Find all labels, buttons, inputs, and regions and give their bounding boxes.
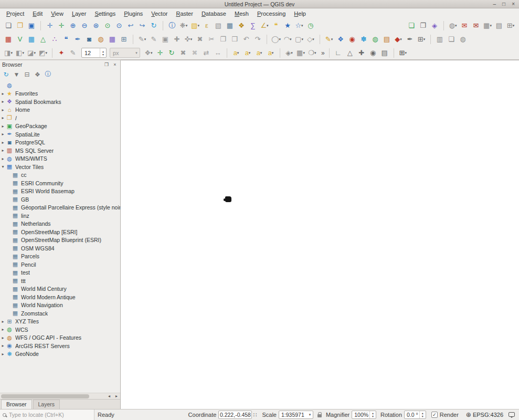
grid-tool-button[interactable]: ⊞▾ — [416, 34, 427, 45]
open-project-button[interactable]: ❐ — [14, 20, 26, 32]
expand-arrow-icon[interactable]: ▸ — [0, 156, 6, 161]
collapse-all-button[interactable]: ⊟ — [23, 70, 31, 79]
tree-item-wfs-ogc-api-features[interactable]: ▸◍WFS / OGC API - Features — [0, 334, 120, 342]
expand-arrow-icon[interactable]: ▸ — [0, 335, 6, 340]
digitize-circle-button[interactable]: ◯▾ — [270, 34, 282, 45]
layout-manager-button[interactable]: ❐ — [417, 20, 429, 32]
tree-item-gb[interactable]: ▦GB — [0, 195, 120, 204]
filter-browser-button[interactable]: ▼ — [12, 70, 21, 79]
tree-item-home[interactable]: ▸⌂Home — [0, 106, 120, 114]
expand-arrow-icon[interactable]: ▸ — [0, 343, 6, 348]
crs-value[interactable]: EPSG:4326 — [473, 412, 503, 418]
magnifier-spin-arrows[interactable]: ▴▾ — [369, 411, 376, 418]
add-spatialite-layer-button[interactable]: ✒ — [72, 34, 83, 45]
menu-edit[interactable]: Edit — [28, 9, 47, 18]
locator-search[interactable] — [0, 410, 94, 420]
paste-features-button[interactable]: ❒ — [229, 34, 240, 45]
copy-style-button[interactable]: ◪▾ — [26, 47, 37, 59]
measure-button[interactable]: ∠▾ — [259, 20, 270, 32]
expand-arrow-icon[interactable]: ▸ — [0, 91, 6, 96]
tree-item-parcels[interactable]: ▦Parcels — [0, 253, 120, 261]
minimize-button[interactable]: – — [493, 0, 496, 8]
deselect-all-button[interactable]: ▧ — [213, 20, 224, 32]
digitize-regular-polygon-button[interactable]: ◇▾ — [305, 34, 316, 45]
cad-triangle-button[interactable]: △ — [344, 47, 356, 59]
add-raster-layer-button[interactable]: ▦ — [26, 34, 37, 45]
copy-features-button[interactable]: ❐ — [217, 34, 229, 45]
plugin-mail-export-button[interactable]: ✉ — [459, 20, 470, 32]
toolbar-overflow-button[interactable]: » — [319, 49, 327, 57]
expand-arrow-icon[interactable]: ▸ — [0, 327, 6, 332]
save-layer-edits-button[interactable]: ▣ — [160, 34, 171, 45]
add-xyz-layer-button[interactable]: ⊞ — [118, 34, 130, 45]
script-tool-button[interactable]: ✒ — [404, 34, 416, 45]
current-edits-dropdown-icon[interactable]: ▾ — [144, 37, 146, 41]
add-vector-tile-layer-button[interactable]: ▦ — [107, 34, 118, 45]
digitize-curve-button[interactable]: ◠▾ — [282, 34, 293, 45]
float-panel-button[interactable]: ❐ — [103, 62, 110, 67]
identify-features-button[interactable]: ⓘ — [166, 20, 178, 32]
tree-item-openstreetmap-esri[interactable]: ▦OpenStreetMap [ESRI] — [0, 228, 120, 236]
label-move-rotate-button[interactable]: a▾ — [253, 47, 265, 59]
delete-selected-button[interactable]: ✖ — [194, 34, 206, 45]
scroll-right-icon[interactable]: ▸ — [113, 394, 120, 398]
save-project-button[interactable]: ▣ — [26, 20, 37, 32]
tree-item-test[interactable]: ▦test — [0, 269, 120, 277]
expand-arrow-icon[interactable]: ▾ — [0, 164, 6, 169]
scale-combo[interactable]: 1:935971 ▾ — [279, 411, 313, 419]
zoom-to-layer-button[interactable]: ⊙ — [113, 20, 125, 32]
toggle-editing-button[interactable]: ✎ — [148, 34, 160, 45]
close-button[interactable]: × — [512, 0, 515, 8]
menu-processing[interactable]: Processing — [253, 9, 290, 18]
cad-panel-button[interactable]: ▤ — [379, 47, 390, 59]
tree-item-ms-sql-server[interactable]: ▸▥MS SQL Server — [0, 146, 120, 155]
scrollbar-thumb[interactable] — [1, 394, 89, 398]
snapping-options-button[interactable]: ◉ — [346, 34, 358, 45]
vertex-tool-button[interactable]: ✜▾ — [183, 34, 194, 45]
expand-arrow-icon[interactable]: ▸ — [0, 132, 6, 136]
measure-dropdown-icon[interactable]: ▾ — [267, 24, 269, 28]
menu-settings[interactable]: Settings — [90, 9, 120, 18]
vertex-tool-dropdown-icon[interactable]: ▾ — [190, 37, 193, 41]
tree-item-arcgis-rest-servers[interactable]: ▸◉ArcGIS REST Servers — [0, 342, 120, 350]
lock-icon[interactable] — [317, 414, 322, 417]
zoom-full-button[interactable]: ⊛ — [90, 20, 102, 32]
attributes-grid-dropdown-icon[interactable]: ▾ — [303, 51, 305, 55]
show-bookmarks-button[interactable]: ☆▾ — [293, 20, 305, 32]
menu-vector[interactable]: Vector — [147, 9, 172, 18]
menu-view[interactable]: View — [47, 9, 68, 18]
paste-style-button[interactable]: ◩▾ — [37, 47, 49, 59]
pin-tool-button[interactable]: ◆▾ — [393, 34, 404, 45]
browser-horizontal-scrollbar[interactable]: ◂ ▸ — [0, 393, 120, 399]
menu-layer[interactable]: Layer — [68, 9, 91, 18]
plugin-geocode-button[interactable]: ◍▾ — [447, 20, 459, 32]
zoom-to-selection-button[interactable]: ⊙ — [102, 20, 113, 32]
forms-tool-button[interactable]: ▤ — [381, 34, 393, 45]
temporal-controller-button[interactable]: ◷ — [305, 20, 316, 32]
annotation-tool-button[interactable]: ✎▾ — [323, 34, 335, 45]
show-bookmarks-dropdown-icon[interactable]: ▾ — [301, 24, 303, 28]
titlebar[interactable]: Untitled Project — QGIS dev – □ × — [0, 0, 519, 8]
menu-project[interactable]: Project — [2, 9, 28, 18]
map-theme-dropdown-icon[interactable]: ▾ — [405, 51, 407, 55]
new-bookmark-button[interactable]: ★ — [282, 20, 293, 32]
tree-item-world-mid-century[interactable]: ▦World Mid Century — [0, 285, 120, 293]
plugin-tools-button[interactable]: ⊞▾ — [505, 20, 516, 32]
expand-arrow-icon[interactable]: ▸ — [0, 116, 6, 120]
scale-dropdown-icon[interactable]: ▾ — [307, 413, 313, 417]
tree-item-g-oportail-parcellaire-express-style-noir[interactable]: ▦Géoportail Parcellaire Express (style n… — [0, 204, 120, 212]
pin-tool-dropdown-icon[interactable]: ▾ — [400, 37, 402, 41]
refresh-map-button[interactable]: ↻ — [148, 20, 160, 32]
map-theme-button[interactable]: ⊞▾ — [397, 47, 409, 59]
tree-item-zoomstack[interactable]: ▦Zoomstack — [0, 309, 120, 318]
plugin-manager-button[interactable]: ✽ — [358, 34, 369, 45]
digitize-rectangle-dropdown-icon[interactable]: ▾ — [301, 37, 303, 41]
plugin-mail-import-button[interactable]: ✉ — [470, 20, 482, 32]
tree-item-esri-community[interactable]: ▦ESRI Community — [0, 179, 120, 187]
run-feature-action-button[interactable]: ❈▾ — [178, 20, 189, 32]
labeling-options-button[interactable]: ◨▾ — [3, 47, 14, 59]
digitize-curve-dropdown-icon[interactable]: ▾ — [290, 37, 292, 41]
scroll-left-icon[interactable]: ◂ — [105, 394, 113, 398]
copy-style-dropdown-icon[interactable]: ▾ — [34, 51, 36, 55]
highlight-labels-button[interactable]: ✦ — [56, 47, 67, 59]
